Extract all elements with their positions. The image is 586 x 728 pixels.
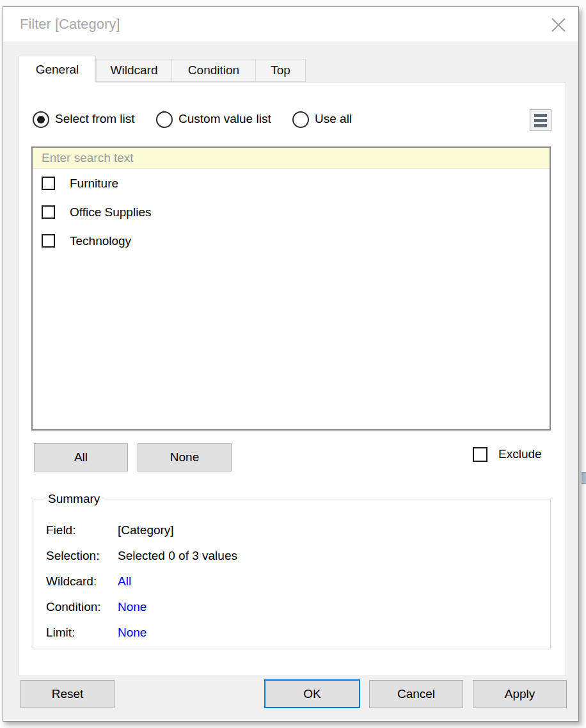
value-list-panel: Furniture Office Supplies Technology — [31, 146, 551, 431]
radio-use-all[interactable] — [292, 111, 309, 128]
tab-condition[interactable]: Condition — [172, 59, 256, 82]
apply-button[interactable]: Apply — [473, 680, 567, 708]
tab-wildcard[interactable]: Wildcard — [96, 59, 172, 82]
radio-custom-value-list[interactable] — [156, 111, 173, 128]
summary-row-limit: Limit: None — [46, 626, 532, 642]
tab-top-label: Top — [271, 63, 290, 77]
menu-icon — [534, 114, 547, 117]
list-item-label: Furniture — [70, 177, 118, 191]
none-button-label: None — [170, 450, 199, 464]
tab-general[interactable]: General — [19, 56, 96, 83]
list-item[interactable]: Office Supplies — [33, 203, 550, 226]
summary-row-field: Field: [Category] — [46, 523, 532, 540]
radio-dot — [37, 116, 45, 123]
filter-dialog: Filter [Category] General Wildcard Condi… — [3, 6, 579, 722]
apply-button-label: Apply — [505, 687, 535, 701]
summary-row-value: [Category] — [118, 523, 174, 537]
checkbox-office-supplies[interactable] — [42, 205, 55, 219]
exclude-checkbox[interactable] — [473, 447, 487, 462]
close-icon — [550, 17, 567, 33]
list-item-label: Office Supplies — [70, 205, 151, 219]
radio-custom-value-list-label: Custom value list — [178, 112, 271, 126]
tab-condition-label: Condition — [188, 63, 239, 77]
summary-row-value: Selected 0 of 3 values — [118, 549, 237, 563]
screen: Filter [Category] General Wildcard Condi… — [0, 0, 586, 728]
ok-button[interactable]: OK — [264, 679, 360, 708]
list-item[interactable]: Technology — [33, 232, 550, 255]
radio-select-from-list[interactable] — [33, 111, 49, 128]
dialog-titlebar: Filter [Category] — [3, 7, 578, 42]
checkbox-furniture[interactable] — [42, 177, 55, 190]
summary-row-label: Wildcard: — [46, 574, 97, 589]
list-options-button[interactable] — [530, 109, 551, 131]
all-button[interactable]: All — [34, 443, 128, 471]
close-button[interactable] — [548, 14, 569, 36]
menu-icon — [534, 124, 547, 127]
dialog-title: Filter [Category] — [20, 16, 120, 33]
summary-condition-link[interactable]: None — [118, 600, 146, 614]
radio-select-from-list-label: Select from list — [55, 112, 135, 126]
summary-legend: Summary — [44, 492, 104, 506]
summary-row-label: Limit: — [46, 626, 75, 640]
summary-row-wildcard: Wildcard: All — [46, 574, 532, 591]
tab-page-general: Select from list Custom value list Use a… — [19, 82, 566, 676]
list-item[interactable]: Furniture — [33, 175, 550, 198]
reset-button[interactable]: Reset — [20, 680, 115, 708]
exclude-label: Exclude — [498, 447, 542, 461]
summary-limit-link[interactable]: None — [118, 626, 146, 640]
summary-row-label: Selection: — [46, 549, 99, 563]
all-button-label: All — [74, 450, 88, 464]
checkbox-technology[interactable] — [42, 234, 55, 248]
tab-general-label: General — [36, 63, 79, 77]
radio-use-all-label: Use all — [315, 112, 352, 126]
summary-wildcard-link[interactable]: All — [118, 574, 131, 589]
none-button[interactable]: None — [138, 443, 232, 471]
background-window-edge — [582, 472, 586, 484]
tab-top[interactable]: Top — [256, 59, 306, 82]
summary-row-label: Field: — [46, 523, 75, 537]
search-input[interactable] — [33, 148, 550, 169]
tab-wildcard-label: Wildcard — [111, 63, 158, 77]
menu-icon — [534, 119, 547, 122]
cancel-button-label: Cancel — [397, 687, 435, 701]
reset-button-label: Reset — [52, 687, 84, 701]
list-item-label: Technology — [70, 234, 131, 248]
summary-row-selection: Selection: Selected 0 of 3 values — [46, 549, 532, 566]
summary-fieldset: Summary Field: [Category] Selection: Sel… — [33, 500, 551, 649]
ok-button-label: OK — [303, 687, 321, 701]
summary-row-label: Condition: — [46, 600, 101, 614]
summary-row-condition: Condition: None — [46, 600, 532, 617]
cancel-button[interactable]: Cancel — [369, 680, 463, 708]
selection-mode-group: Select from list Custom value list Use a… — [19, 109, 566, 132]
